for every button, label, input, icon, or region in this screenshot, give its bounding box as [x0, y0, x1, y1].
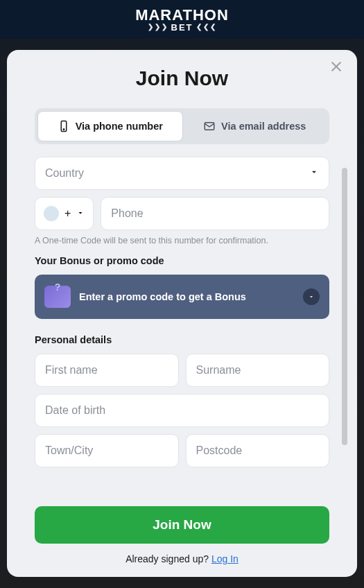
postcode-input[interactable]: [186, 434, 330, 467]
gift-box-icon: [44, 286, 71, 308]
scrollbar-track[interactable]: [342, 168, 347, 445]
login-link[interactable]: Log In: [211, 553, 239, 564]
modal-footer: Join Now Already signed up? Log In: [7, 496, 357, 564]
brand-name-bottom: ❯❯❯ BET ❮❮❮: [135, 23, 229, 32]
already-text: Already signed up?: [125, 553, 211, 564]
brand-name-top: MARATHON: [135, 8, 229, 23]
promo-chevron: [303, 288, 320, 305]
bonus-section-label: Your Bonus or promo code: [35, 255, 329, 266]
join-now-button[interactable]: Join Now: [35, 506, 329, 544]
laurel-left-icon: ❯❯❯: [148, 24, 168, 31]
dob-input[interactable]: [35, 394, 329, 427]
chevron-down-icon: [76, 207, 85, 220]
signin-prompt: Already signed up? Log In: [35, 553, 329, 564]
surname-input[interactable]: [186, 354, 330, 387]
personal-section-label: Personal details: [35, 334, 329, 345]
promo-code-expander[interactable]: Enter a promo code to get a Bonus: [35, 275, 329, 319]
tab-email-label: Via email address: [221, 121, 306, 132]
signup-method-tabs: Via phone number Via email address: [35, 108, 329, 144]
promo-text: Enter a promo code to get a Bonus: [79, 291, 295, 302]
laurel-right-icon: ❮❮❮: [196, 24, 217, 31]
dial-plus: +: [64, 207, 71, 220]
email-icon: [203, 120, 216, 132]
phone-icon: [58, 120, 70, 132]
join-modal: Join Now Via phone number Via email addr…: [7, 50, 357, 577]
svg-point-3: [63, 129, 64, 130]
modal-title: Join Now: [7, 67, 357, 90]
otp-hint: A One-time Code will be sent to this num…: [35, 236, 329, 245]
app-header: MARATHON ❯❯❯ BET ❮❮❮: [0, 0, 364, 39]
chevron-down-icon: [308, 293, 315, 300]
flag-icon: [44, 206, 59, 221]
first-name-input[interactable]: [35, 354, 179, 387]
tab-email[interactable]: Via email address: [183, 111, 327, 141]
town-input[interactable]: [35, 434, 179, 467]
close-icon: [329, 60, 343, 74]
dial-code-select[interactable]: +: [35, 197, 94, 230]
tab-phone[interactable]: Via phone number: [37, 111, 183, 141]
brand-logo: MARATHON ❯❯❯ BET ❮❮❮: [135, 8, 229, 32]
chevron-down-icon: [309, 167, 319, 180]
country-placeholder: Country: [45, 167, 84, 180]
phone-input[interactable]: [101, 197, 329, 230]
close-button[interactable]: [329, 60, 346, 76]
country-select[interactable]: Country: [35, 157, 329, 190]
form-scroll-area[interactable]: Via phone number Via email address Count…: [7, 108, 357, 496]
tab-phone-label: Via phone number: [76, 121, 163, 132]
